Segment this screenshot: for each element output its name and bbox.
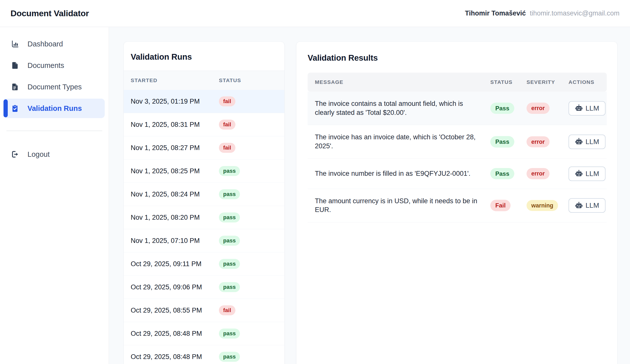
llm-button-label: LLM [586, 201, 599, 209]
sidebar-item-document-types[interactable]: Document Types [4, 77, 105, 97]
column-header-actions: ACTIONS [568, 79, 607, 85]
validation-run-row[interactable]: Nov 3, 2025, 01:19 PM fail [124, 90, 284, 113]
run-status-badge: fail [219, 143, 236, 153]
runs-table-body: Nov 3, 2025, 01:19 PM fail Nov 1, 2025, … [124, 90, 284, 364]
validation-run-row[interactable]: Oct 29, 2025, 08:48 PM pass [124, 345, 284, 364]
validation-run-row[interactable]: Oct 29, 2025, 08:55 PM fail [124, 299, 284, 322]
user-name: Tihomir Tomašević [465, 9, 526, 17]
sidebar-item-validation-runs[interactable]: Validation Runs [4, 99, 105, 118]
run-started-time: Nov 1, 2025, 08:31 PM [124, 121, 219, 129]
validation-result-row: The invoice has an invoice date, which i… [308, 125, 607, 159]
run-status-badge: fail [219, 305, 236, 315]
validation-run-row[interactable]: Oct 29, 2025, 09:11 PM pass [124, 252, 284, 276]
sidebar-item-documents[interactable]: Documents [4, 56, 105, 75]
run-started-time: Nov 3, 2025, 01:19 PM [124, 98, 219, 105]
llm-button[interactable]: LLM [568, 167, 606, 181]
result-status-badge: Pass [490, 103, 514, 114]
user-email: tihomir.tomasevic@gmail.com [530, 9, 620, 17]
llm-button-label: LLM [586, 104, 599, 112]
result-status-badge: Pass [490, 168, 514, 180]
run-started-time: Oct 29, 2025, 08:48 PM [124, 353, 219, 361]
sidebar: Dashboard Documents Documen [0, 27, 109, 364]
validation-results-panel: Validation Results MESSAGE STATUS SEVERI… [296, 41, 618, 364]
run-started-time: Nov 1, 2025, 08:24 PM [124, 190, 219, 198]
result-message: The amount currency is in USD, while it … [308, 197, 490, 214]
sidebar-item-dashboard[interactable]: Dashboard [4, 34, 105, 54]
results-table-body: The invoice contains a total amount fiel… [308, 92, 607, 222]
app-header: Document Validator Tihomir Tomašević tih… [0, 0, 630, 27]
column-header-started: STARTED [124, 77, 219, 83]
validation-run-row[interactable]: Nov 1, 2025, 08:20 PM pass [124, 206, 284, 229]
result-status-badge: Fail [490, 200, 510, 211]
llm-button[interactable]: LLM [568, 101, 606, 116]
document-types-icon [11, 83, 19, 91]
run-started-time: Oct 29, 2025, 09:06 PM [124, 283, 219, 291]
llm-button[interactable]: LLM [568, 135, 606, 149]
run-started-time: Oct 29, 2025, 08:48 PM [124, 330, 219, 338]
run-status-badge: pass [219, 352, 240, 362]
run-status-badge: pass [219, 236, 240, 245]
runs-panel-title: Validation Runs [131, 52, 278, 62]
run-started-time: Oct 29, 2025, 09:11 PM [124, 260, 219, 268]
bar-chart-icon [11, 40, 19, 48]
results-panel-title: Validation Results [308, 53, 606, 63]
validation-run-row[interactable]: Nov 1, 2025, 08:24 PM pass [124, 183, 284, 206]
sidebar-item-label: Document Types [28, 83, 82, 91]
validation-run-row[interactable]: Oct 29, 2025, 09:06 PM pass [124, 276, 284, 299]
results-table-header: MESSAGE STATUS SEVERITY ACTIONS [308, 73, 607, 92]
run-started-time: Oct 29, 2025, 08:55 PM [124, 307, 219, 314]
app-title: Document Validator [10, 8, 89, 18]
validation-run-row[interactable]: Nov 1, 2025, 08:31 PM fail [124, 113, 284, 136]
run-started-time: Nov 1, 2025, 08:20 PM [124, 214, 219, 221]
sidebar-item-label: Documents [28, 61, 64, 70]
document-icon [11, 61, 19, 69]
run-status-badge: fail [219, 120, 236, 129]
user-info: Tihomir Tomašević tihomir.tomasevic@gmai… [465, 9, 620, 17]
result-message: The invoice contains a total amount fiel… [308, 99, 490, 117]
result-severity-badge: warning [526, 200, 558, 211]
robot-icon [575, 202, 583, 209]
validation-runs-panel: Validation Runs STARTED STATUS Nov 3, 20… [124, 41, 285, 364]
column-header-message: MESSAGE [308, 79, 490, 85]
run-status-badge: pass [219, 166, 240, 176]
validation-run-row[interactable]: Nov 1, 2025, 08:27 PM fail [124, 136, 284, 160]
validation-result-row: The invoice number is filled in as 'E9QF… [308, 159, 607, 189]
llm-button[interactable]: LLM [568, 198, 606, 213]
logout-icon [11, 150, 19, 158]
run-status-badge: pass [219, 329, 240, 338]
result-message: The invoice number is filled in as 'E9QF… [308, 169, 490, 178]
validation-result-row: The amount currency is in USD, while it … [308, 189, 607, 222]
robot-icon [575, 170, 583, 178]
main-content: Validation Runs STARTED STATUS Nov 3, 20… [109, 27, 630, 364]
column-header-severity: SEVERITY [526, 79, 568, 85]
run-status-badge: pass [219, 212, 240, 222]
run-started-time: Nov 1, 2025, 07:10 PM [124, 237, 219, 245]
validation-result-row: The invoice contains a total amount fiel… [308, 92, 607, 125]
result-message: The invoice has an invoice date, which i… [308, 133, 490, 151]
llm-button-label: LLM [586, 138, 599, 146]
run-status-badge: pass [219, 259, 240, 269]
validation-run-row[interactable]: Nov 1, 2025, 08:25 PM pass [124, 160, 284, 183]
sidebar-nav: Dashboard Documents Documen [4, 34, 105, 118]
validation-run-row[interactable]: Oct 29, 2025, 08:48 PM pass [124, 322, 284, 345]
result-severity-badge: error [526, 103, 550, 114]
sidebar-item-label: Logout [28, 150, 50, 159]
result-severity-badge: error [526, 168, 550, 179]
run-status-badge: pass [219, 282, 240, 292]
run-started-time: Nov 1, 2025, 08:25 PM [124, 167, 219, 175]
sidebar-item-label: Dashboard [28, 40, 63, 48]
column-header-status: STATUS [490, 79, 526, 85]
robot-icon [575, 104, 583, 112]
validation-run-row[interactable]: Nov 1, 2025, 07:10 PM pass [124, 229, 284, 252]
runs-table-header: STARTED STATUS [124, 71, 284, 90]
column-header-status: STATUS [219, 77, 284, 83]
llm-button-label: LLM [586, 170, 599, 178]
robot-icon [575, 138, 583, 146]
sidebar-item-label: Validation Runs [28, 104, 82, 113]
result-status-badge: Pass [490, 136, 514, 148]
run-started-time: Nov 1, 2025, 08:27 PM [124, 144, 219, 152]
sidebar-divider [6, 131, 102, 131]
clipboard-check-icon [11, 104, 19, 112]
sidebar-item-logout[interactable]: Logout [4, 145, 105, 164]
results-table: MESSAGE STATUS SEVERITY ACTIONS The invo… [308, 73, 607, 222]
